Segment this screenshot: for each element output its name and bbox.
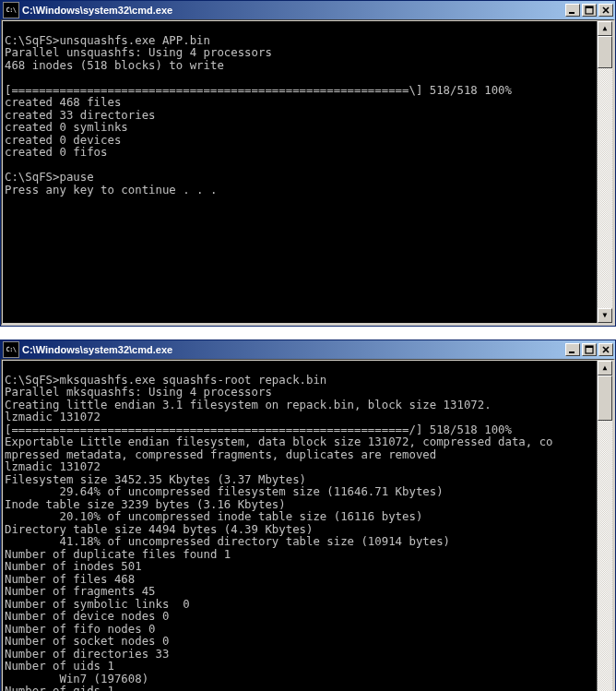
scroll-up-button[interactable]: ▲: [598, 361, 612, 375]
maximize-button[interactable]: [582, 343, 597, 356]
scroll-track[interactable]: [598, 36, 612, 308]
scrollbar[interactable]: ▲ ▼: [597, 361, 612, 691]
titlebar[interactable]: C:\ C:\Windows\system32\cmd.exe: [1, 340, 615, 359]
window-title: C:\Windows\system32\cmd.exe: [22, 344, 563, 355]
app-icon: C:\: [3, 2, 19, 18]
svg-rect-2: [586, 6, 593, 8]
close-button[interactable]: [598, 343, 613, 356]
svg-rect-7: [586, 346, 593, 348]
close-button[interactable]: [598, 4, 613, 17]
cmd-window-1: C:\ C:\Windows\system32\cmd.exe C:\SqFS>…: [0, 0, 616, 327]
minimize-button[interactable]: [565, 4, 580, 17]
app-icon: C:\: [3, 341, 19, 358]
scroll-down-button[interactable]: ▼: [598, 308, 612, 323]
cmd-window-2: C:\ C:\Windows\system32\cmd.exe C:\SqFS>…: [0, 340, 616, 691]
console-output[interactable]: C:\SqFS>unsquashfs.exe APP.bin Parallel …: [3, 21, 597, 323]
svg-rect-5: [569, 351, 575, 353]
scroll-thumb[interactable]: [598, 36, 612, 68]
scrollbar[interactable]: ▲ ▼: [597, 21, 612, 323]
titlebar[interactable]: C:\ C:\Windows\system32\cmd.exe: [1, 1, 615, 19]
svg-rect-0: [569, 12, 575, 14]
scroll-up-button[interactable]: ▲: [598, 21, 612, 36]
console-output[interactable]: C:\SqFS>mksquashfs.exe squashfs-root rep…: [3, 361, 597, 691]
window-title: C:\Windows\system32\cmd.exe: [22, 5, 563, 16]
maximize-button[interactable]: [582, 4, 597, 17]
scroll-track[interactable]: [598, 375, 612, 691]
minimize-button[interactable]: [565, 343, 580, 356]
scroll-thumb[interactable]: [598, 375, 612, 421]
